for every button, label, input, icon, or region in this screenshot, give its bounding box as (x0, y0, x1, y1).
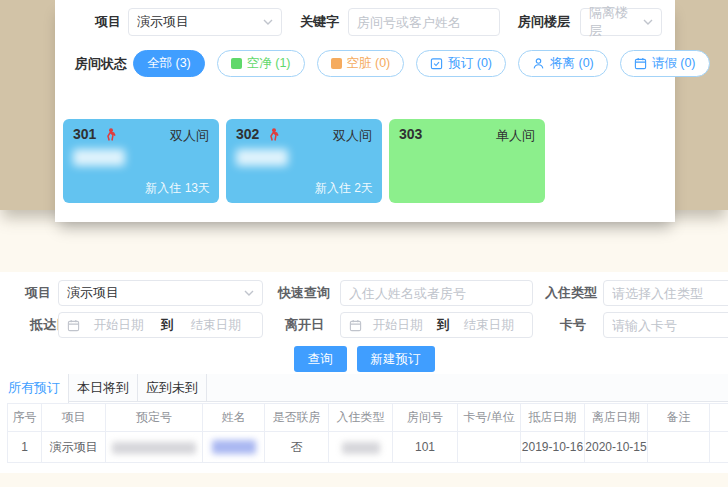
booking-panel: 项目 演示项目 快速查询 入住类型 抵达日 开始日期 到 结束日期 离开日 (0, 272, 728, 473)
project-select-value: 演示项目 (137, 13, 259, 31)
booking-table-wrap: 序号 项目 预定号 姓名 是否联房 入住类型 房间号 卡号/单位 抵店日期 离店… (7, 403, 728, 463)
tab-all-bookings[interactable]: 所有预订 (0, 374, 69, 403)
col-booking-no: 预定号 (106, 404, 203, 432)
end-date-placeholder: 结束日期 (177, 317, 254, 334)
cell-room-no: 101 (393, 432, 458, 463)
booking-tabs: 所有预订 本日将到 应到未到 (0, 374, 728, 402)
col-leave-date: 离店日期 (585, 404, 648, 432)
status-clean-label: 空净 (1) (247, 55, 291, 72)
dirty-swatch-icon (331, 58, 342, 69)
page: 项目 演示项目 关键字 房间楼层 隔离楼层 房间状态 全部 (3) 空 (0, 0, 728, 487)
chevron-down-icon (244, 290, 254, 296)
floor-select[interactable]: 隔离楼层 (580, 8, 662, 36)
col-stay-type: 入住类型 (329, 404, 393, 432)
col-name: 姓名 (203, 404, 265, 432)
cell-stay-type (329, 432, 393, 463)
redacted-guest-name (236, 149, 288, 166)
col-arrive-date: 抵店日期 (521, 404, 585, 432)
booking-filter-row-2: 抵达日 开始日期 到 结束日期 离开日 开始日期 到 结束日期 (0, 312, 728, 338)
redacted-text (342, 442, 380, 454)
cell-cutoff (710, 432, 728, 463)
status-reserved-label: 预订 (0) (448, 55, 492, 72)
redacted-guest-name (73, 149, 125, 166)
keyword-input[interactable] (348, 8, 500, 36)
cell-note (648, 432, 710, 463)
room-number: 301 (73, 126, 96, 142)
project-select[interactable]: 演示项目 (58, 280, 263, 306)
status-vacant-clean-button[interactable]: 空净 (1) (217, 50, 305, 77)
clipboard-check-icon (430, 57, 443, 70)
room-card-302[interactable]: 302 双人间 新入住 2天 (226, 119, 382, 203)
cell-booking-no (106, 432, 203, 463)
room-number: 303 (399, 126, 422, 142)
date-range-separator: 到 (433, 317, 454, 334)
room-status-panel: 项目 演示项目 关键字 房间楼层 隔离楼层 房间状态 全部 (3) 空 (55, 0, 675, 222)
cell-card-unit (458, 432, 521, 463)
chevron-down-icon (643, 19, 653, 25)
clean-swatch-icon (231, 58, 242, 69)
room-number: 302 (236, 126, 259, 142)
occupant-flag-icon (105, 128, 116, 141)
calendar-icon (67, 319, 80, 332)
cell-leave-date: 2020-10-15 (585, 432, 648, 463)
leave-date-range[interactable]: 开始日期 到 结束日期 (340, 312, 533, 338)
leave-date-label: 离开日 (285, 312, 324, 338)
chevron-down-icon (263, 19, 273, 25)
room-type: 双人间 (333, 127, 372, 145)
query-button[interactable]: 查询 (294, 346, 347, 372)
occupant-flag-icon (268, 128, 279, 141)
table-row[interactable]: 1 演示项目 否 101 2019-10-16 2020-10-15 (8, 432, 728, 463)
calendar-icon (634, 57, 647, 70)
room-note: 新入住 13天 (145, 180, 210, 197)
status-reserved-button[interactable]: 预订 (0) (416, 50, 506, 77)
table-header-row: 序号 项目 预定号 姓名 是否联房 入住类型 房间号 卡号/单位 抵店日期 离店… (8, 404, 728, 432)
status-all-label: 全部 (3) (147, 55, 191, 72)
start-date-placeholder: 开始日期 (362, 317, 433, 334)
room-card-301[interactable]: 301 双人间 新入住 13天 (63, 119, 219, 203)
cell-arrive-date: 2019-10-16 (521, 432, 585, 463)
room-cards: 301 双人间 新入住 13天 302 双人间 新入住 2天 (63, 119, 545, 203)
col-linked-room: 是否联房 (265, 404, 329, 432)
card-number-label: 卡号 (560, 312, 586, 338)
card-number-input[interactable] (603, 312, 728, 338)
status-dirty-label: 空脏 (0) (347, 55, 391, 72)
col-card-unit: 卡号/单位 (458, 404, 521, 432)
col-project: 项目 (42, 404, 106, 432)
new-booking-button[interactable]: 新建预订 (357, 346, 435, 372)
arrive-date-range[interactable]: 开始日期 到 结束日期 (58, 312, 263, 338)
cell-name (203, 432, 265, 463)
floor-select-placeholder: 隔离楼层 (589, 4, 639, 40)
person-icon (532, 57, 545, 70)
stay-type-label: 入住类型 (545, 280, 597, 306)
room-status-row: 房间状态 全部 (3) 空净 (1) 空脏 (0) (55, 50, 675, 77)
status-vacant-dirty-button[interactable]: 空脏 (0) (317, 50, 405, 77)
keyword-label: 关键字 (300, 8, 339, 36)
status-leaving-label: 将离 (0) (550, 55, 594, 72)
quick-search-input[interactable] (340, 280, 533, 306)
col-room-no: 房间号 (393, 404, 458, 432)
project-select[interactable]: 演示项目 (128, 8, 282, 36)
date-range-separator: 到 (157, 317, 178, 334)
status-onleave-button[interactable]: 请假 (0) (620, 50, 710, 77)
tab-arriving-today[interactable]: 本日将到 (69, 374, 138, 402)
cell-project: 演示项目 (42, 432, 106, 463)
redacted-text (212, 440, 256, 454)
project-label: 项目 (25, 280, 51, 306)
stay-type-select[interactable] (603, 280, 728, 306)
action-buttons: 查询 新建预订 (0, 346, 728, 372)
col-seq: 序号 (8, 404, 42, 432)
room-filter-row: 项目 演示项目 关键字 房间楼层 隔离楼层 (55, 8, 675, 36)
status-leaving-button[interactable]: 将离 (0) (518, 50, 608, 77)
room-card-303[interactable]: 303 单人间 (389, 119, 545, 203)
floor-label: 房间楼层 (518, 8, 570, 36)
room-note: 新入住 2天 (315, 180, 373, 197)
room-status-label: 房间状态 (75, 50, 127, 77)
room-type: 单人间 (496, 127, 535, 145)
tab-overdue-arrivals[interactable]: 应到未到 (138, 374, 207, 402)
calendar-icon (349, 319, 362, 332)
room-type: 双人间 (170, 127, 209, 145)
cell-seq: 1 (8, 432, 42, 463)
status-filter-buttons: 全部 (3) 空净 (1) 空脏 (0) 预订 (0) (133, 50, 710, 77)
end-date-placeholder: 结束日期 (453, 317, 524, 334)
status-all-button[interactable]: 全部 (3) (133, 50, 205, 77)
